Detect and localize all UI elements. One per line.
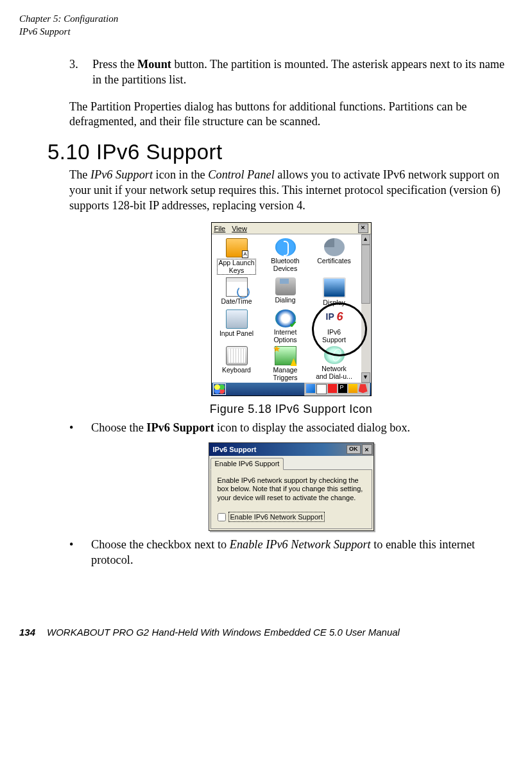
- bluetooth-icon: [275, 238, 296, 256]
- system-tray[interactable]: [304, 383, 370, 396]
- phone-icon: [275, 277, 296, 295]
- text-italic: Enable IPv6 Network Support: [230, 538, 371, 551]
- tray-pen-icon[interactable]: [359, 384, 368, 393]
- ipv6-support-dialog: IPv6 Support OK × Enable IPv6 Support En…: [209, 442, 374, 531]
- input-panel-icon: [226, 309, 248, 329]
- bullet-choose-checkbox: • Choose the checkbox next to Enable IPv…: [69, 537, 513, 568]
- text-italic: Control Panel: [208, 168, 274, 181]
- icon-app-launch-keys[interactable]: App Launch Keys: [213, 237, 261, 275]
- icon-label: Manage Triggers: [262, 367, 309, 381]
- mount-bold: Mount: [137, 58, 171, 71]
- calendar-clock-icon: [226, 277, 248, 297]
- icon-ipv6-support[interactable]: IPv6 Support: [311, 308, 358, 344]
- icon-dialing[interactable]: Dialing: [262, 276, 309, 307]
- taskbar[interactable]: [212, 383, 371, 396]
- control-panel-window: File View × App Launch Keys Bluetooth De…: [211, 222, 372, 396]
- icon-bluetooth-devices[interactable]: Bluetooth Devices: [262, 237, 309, 275]
- display-icon: [323, 277, 346, 298]
- step-3: 3. Press the Mount button. The partition…: [69, 57, 513, 88]
- tab-enable-ipv6[interactable]: Enable IPv6 Support: [210, 458, 284, 469]
- triggers-icon: [275, 346, 296, 365]
- scroll-down-icon[interactable]: ▼: [361, 372, 370, 383]
- step-number: 3.: [69, 57, 92, 88]
- book-title: WORKABOUT PRO G2 Hand-Held With Windows …: [47, 626, 400, 639]
- bullet-text: Choose the checkbox next to Enable IPv6 …: [91, 537, 513, 568]
- tray-icon[interactable]: [316, 384, 327, 394]
- network-globe-icon: [324, 346, 345, 364]
- header-section: IPv6 Support: [19, 26, 513, 39]
- icon-label: Bluetooth Devices: [262, 257, 309, 272]
- text: icon to display the associated dialog bo…: [214, 421, 410, 434]
- close-icon[interactable]: ×: [358, 223, 368, 233]
- text: Choose the: [91, 421, 146, 434]
- dialog-body: Enable IPv6 network support by checking …: [210, 469, 372, 530]
- icon-label: Input Panel: [213, 330, 261, 338]
- folder-icon: [226, 238, 248, 257]
- text: Press the: [92, 58, 137, 71]
- text: Choose the checkbox next to: [91, 538, 230, 551]
- figure-5-18-caption: Figure 5.18 IPv6 Support Icon: [69, 402, 513, 417]
- section-5-10-heading: 5.10 IPv6 Support: [47, 139, 513, 166]
- icon-label: Certificates: [311, 257, 358, 265]
- enable-ipv6-checkbox-label[interactable]: Enable IPv6 Network Support: [228, 512, 325, 522]
- icon-label: Dialing: [262, 297, 309, 304]
- page-number: 134: [19, 626, 35, 639]
- icon-label: Network and Dial-u...: [311, 365, 358, 380]
- dialog-title: IPv6 Support: [213, 445, 347, 454]
- icon-display[interactable]: Display: [311, 276, 358, 307]
- dialog-description: Enable IPv6 network support by checking …: [218, 476, 365, 503]
- header-chapter: Chapter 5: Configuration: [19, 13, 513, 26]
- step-text: Press the Mount button. The partition is…: [92, 57, 513, 88]
- bullet-marker: •: [69, 421, 91, 436]
- text: icon in the: [156, 168, 209, 181]
- icon-label: Internet Options: [262, 329, 309, 344]
- tray-icon[interactable]: [338, 384, 347, 393]
- enable-ipv6-checkbox[interactable]: [218, 513, 226, 521]
- bullet-marker: •: [69, 537, 91, 568]
- text-bold: IPv6 Support: [146, 421, 214, 434]
- icon-certificates[interactable]: Certificates: [311, 237, 358, 275]
- tray-icon[interactable]: [306, 384, 315, 393]
- icon-network-dialup[interactable]: Network and Dial-u...: [311, 345, 358, 381]
- icon-input-panel[interactable]: Input Panel: [213, 308, 261, 344]
- icon-label: IPv6 Support: [311, 329, 358, 344]
- figure-ipv6-dialog: IPv6 Support OK × Enable IPv6 Support En…: [69, 442, 513, 531]
- menu-file[interactable]: File: [214, 224, 226, 233]
- icon-label: Display: [311, 299, 358, 307]
- figure-control-panel: File View × App Launch Keys Bluetooth De…: [69, 222, 513, 399]
- bullet-choose-ipv6-icon: • Choose the IPv6 Support icon to displa…: [69, 421, 513, 436]
- dialog-titlebar[interactable]: IPv6 Support OK ×: [209, 443, 373, 456]
- ok-button[interactable]: OK: [347, 445, 361, 454]
- certificate-icon: [324, 238, 345, 256]
- ipv6-intro-paragraph: The IPv6 Support icon in the Control Pan…: [69, 168, 513, 213]
- text-italic: IPv6 Support: [90, 168, 156, 181]
- icon-label: Date/Time: [213, 298, 261, 306]
- scrollbar[interactable]: ▲ ▼: [361, 234, 370, 383]
- keyboard-icon: [226, 346, 248, 365]
- text: The: [69, 168, 90, 181]
- enable-ipv6-checkbox-row[interactable]: Enable IPv6 Network Support: [218, 512, 365, 522]
- scroll-track[interactable]: [361, 304, 370, 372]
- tray-icon[interactable]: [348, 384, 357, 393]
- bullet-text: Choose the IPv6 Support icon to display …: [91, 421, 410, 436]
- icon-label: Keyboard: [213, 367, 261, 374]
- page-footer: 134 WORKABOUT PRO G2 Hand-Held With Wind…: [19, 626, 513, 639]
- menubar[interactable]: File View ×: [212, 223, 371, 234]
- icon-label: App Launch Keys: [217, 259, 255, 275]
- partition-paragraph: The Partition Properties dialog has butt…: [69, 100, 513, 130]
- scroll-thumb[interactable]: [361, 245, 370, 304]
- scroll-up-icon[interactable]: ▲: [361, 234, 370, 245]
- icon-internet-options[interactable]: Internet Options: [262, 308, 309, 344]
- tray-icon[interactable]: [328, 384, 337, 393]
- close-icon[interactable]: ×: [362, 444, 372, 455]
- icon-manage-triggers[interactable]: Manage Triggers: [262, 345, 309, 381]
- menu-view[interactable]: View: [232, 224, 247, 233]
- dialog-tabstrip: Enable IPv6 Support: [209, 456, 373, 469]
- icon-date-time[interactable]: Date/Time: [213, 276, 261, 307]
- icon-keyboard[interactable]: Keyboard: [213, 345, 261, 381]
- globe-check-icon: [275, 309, 296, 327]
- start-button-icon[interactable]: [213, 383, 226, 395]
- ipv6-icon: [324, 309, 345, 327]
